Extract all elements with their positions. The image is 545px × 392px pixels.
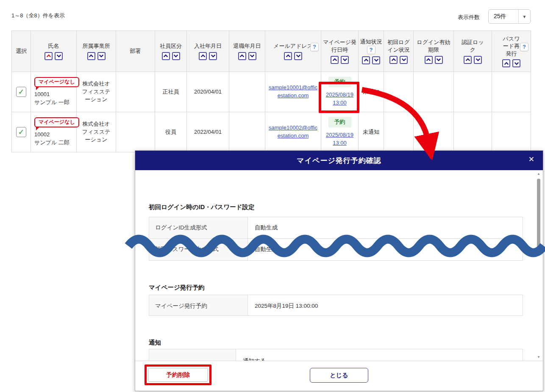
detail-value: 通知する: [236, 349, 523, 362]
col-notify-status-label: 通知状況 ?: [360, 38, 382, 54]
scroll-up-icon[interactable]: ▲: [536, 172, 542, 176]
detail-value: 自動生成: [248, 239, 523, 260]
hire-date: 2022/04/01: [187, 112, 229, 152]
sort-asc-button[interactable]: [331, 56, 339, 64]
sort-asc-button[interactable]: [389, 56, 398, 64]
row-checkbox[interactable]: ✓: [16, 127, 26, 137]
col-first-login: 初回ログイン状況: [384, 31, 414, 72]
sort-asc-button[interactable]: [162, 52, 170, 60]
col-hire-date-label: 入社年月日: [194, 42, 222, 50]
office-name: 株式会社オフィスステーション: [77, 72, 116, 112]
check-icon: ✓: [18, 86, 24, 97]
table-row: ✓ マイページなし 10001 サンプル 一郎 株式会社オフィスステーション 正…: [12, 72, 531, 112]
modal-scrollbar[interactable]: ▲ ▼: [536, 172, 542, 359]
close-button[interactable]: とじる: [310, 368, 368, 383]
detail-label: [149, 349, 236, 362]
help-icon[interactable]: ?: [310, 43, 319, 51]
col-office-label: 所属事業所: [83, 42, 110, 50]
retire-date: [229, 72, 265, 112]
sort-desc-button[interactable]: [248, 52, 256, 60]
col-retire-date: 退職年月日: [229, 31, 265, 72]
list-count-label: 1～8（全8）件を表示: [11, 12, 65, 19]
delete-reservation-button[interactable]: 予約削除: [148, 368, 208, 382]
sort-asc-button[interactable]: [362, 56, 370, 64]
page-size-select[interactable]: 25件 ▼: [488, 9, 531, 24]
sort-asc-button[interactable]: [44, 52, 53, 60]
modal-footer: 予約削除 とじる: [135, 361, 543, 391]
detail-value: 2025年8月19日 13:00:00: [248, 295, 523, 315]
col-department: 部署: [116, 31, 155, 72]
sort-desc-button[interactable]: [341, 56, 349, 64]
detail-label: 初回パスワード生成形式: [149, 239, 248, 260]
login-expiry: [414, 72, 454, 112]
col-select: 選択: [12, 31, 31, 72]
col-notify-status: 通知状況 ?: [359, 31, 384, 72]
table-row: ✓ マイページなし 10002 サンプル 二郎 株式会社オフィスステーション 役…: [12, 112, 531, 152]
col-hire-date: 入社年月日: [187, 31, 229, 72]
section-heading-reservation: マイページ発行予約: [149, 284, 205, 292]
scrollbar-thumb[interactable]: [537, 179, 540, 249]
notify-status: 未通知: [359, 112, 384, 152]
reservation-confirm-dialog: マイページ発行予約確認 ✕ 初回ログイン時のID・パスワード設定 ログインID生…: [135, 150, 543, 391]
modal-header: マイページ発行予約確認 ✕: [135, 151, 543, 170]
sort-desc-button[interactable]: [512, 59, 520, 67]
sort-desc-button[interactable]: [474, 56, 482, 64]
col-select-label: 選択: [16, 47, 27, 55]
retire-date: [229, 112, 265, 152]
modal-content: 初回ログイン時のID・パスワード設定 ログインID生成形式 自動生成 初回パスワ…: [135, 170, 543, 362]
close-icon[interactable]: ✕: [528, 156, 534, 163]
login-expiry: [414, 112, 454, 152]
email-link[interactable]: sample10002@officestation.com: [269, 124, 317, 139]
chevron-down-icon: ▼: [518, 10, 530, 23]
employee-table: 選択 氏名 所属事業所 部署 社員区分 入社年月日 退職年月日 ? メールアドレ…: [11, 30, 531, 152]
sort-asc-button[interactable]: [87, 52, 95, 60]
col-emp-type-label: 社員区分: [160, 42, 182, 50]
col-issue-datetime: マイページ発行日時: [321, 31, 359, 72]
col-auth-lock-label: 認証ロック: [461, 39, 485, 53]
employee-name: サンプル 一郎: [34, 99, 73, 107]
detail-table-notify: 通知する: [149, 349, 523, 362]
modal-title: マイページ発行予約確認: [297, 156, 381, 166]
issue-datetime-link[interactable]: 2025/08/1913:00: [325, 131, 355, 147]
col-department-label: 部署: [130, 47, 141, 55]
sort-desc-button[interactable]: [172, 52, 180, 60]
issue-datetime-link[interactable]: 2025/08/1913:00: [325, 91, 355, 107]
first-login-status: [384, 112, 414, 152]
col-retire-date-label: 退職年月日: [234, 42, 261, 50]
email-link[interactable]: sample10001@officestation.com: [269, 84, 317, 99]
employee-number: 10002: [34, 131, 73, 139]
detail-table-id-password: ログインID生成形式 自動生成 初回パスワード生成形式 自動生成: [149, 217, 523, 261]
col-issue-datetime-label: マイページ発行日時: [323, 39, 357, 53]
sort-desc-button[interactable]: [372, 56, 380, 64]
row-checkbox[interactable]: ✓: [16, 87, 26, 97]
sort-asc-button[interactable]: [464, 56, 472, 64]
sort-desc-button[interactable]: [294, 52, 302, 60]
issue-status-badge: 予約: [328, 77, 351, 87]
col-pw-reissue-label: パスワード再発行: [501, 35, 523, 58]
col-auth-lock: 認証ロック: [454, 31, 492, 72]
sort-desc-button[interactable]: [209, 52, 217, 60]
help-icon[interactable]: ?: [367, 46, 375, 54]
sort-desc-button[interactable]: [55, 52, 63, 60]
scroll-down-icon[interactable]: ▼: [536, 355, 542, 359]
sort-desc-button[interactable]: [400, 56, 408, 64]
sort-asc-button[interactable]: [199, 52, 207, 60]
col-name-label: 氏名: [48, 42, 59, 50]
col-emp-type: 社員区分: [155, 31, 187, 72]
check-icon: ✓: [18, 127, 24, 138]
sort-desc-button[interactable]: [97, 52, 106, 60]
page-size-label: 表示件数: [458, 14, 480, 21]
notify-status: 未通知: [359, 72, 384, 112]
sort-asc-button[interactable]: [502, 59, 510, 67]
sort-asc-button[interactable]: [238, 52, 246, 60]
header-row: 選択 氏名 所属事業所 部署 社員区分 入社年月日 退職年月日 ? メールアドレ…: [12, 31, 531, 72]
col-login-expiry: ログイン有効期限: [414, 31, 454, 72]
sort-asc-button[interactable]: [284, 52, 292, 60]
hire-date: 2020/04/01: [187, 72, 229, 112]
sort-desc-button[interactable]: [435, 56, 443, 64]
pw-reissue: [492, 72, 531, 112]
detail-value: 自動生成: [248, 217, 523, 238]
sort-asc-button[interactable]: [425, 56, 433, 64]
department: [116, 72, 155, 112]
help-icon[interactable]: ?: [520, 43, 528, 51]
